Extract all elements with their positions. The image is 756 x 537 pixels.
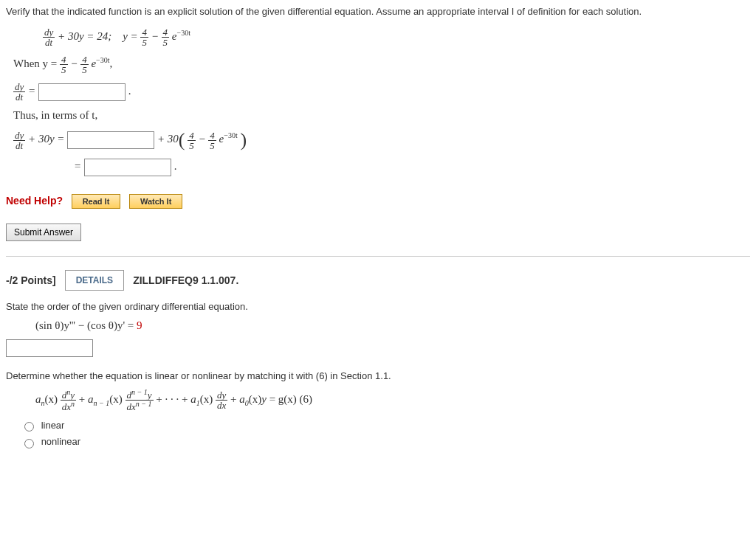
thus-line: Thus, in terms of t, [13, 109, 750, 122]
radio-linear-label: linear [41, 420, 65, 431]
result-line: = . [74, 159, 750, 176]
instruction-text: Verify that the indicated function is an… [6, 6, 750, 17]
result-input[interactable] [84, 159, 171, 176]
form-line: an(x) dnydxn + an − 1(x) dn − 1ydxn − 1 … [35, 389, 750, 412]
given-equation: dydt + 30y = 24; y = 45 − 45 e−30t [43, 27, 750, 47]
order-instruction: State the order of the given ordinary di… [6, 301, 750, 312]
radio-linear[interactable] [24, 422, 34, 432]
details-button[interactable]: DETAILS [65, 270, 124, 291]
read-it-button[interactable]: Read It [72, 194, 121, 209]
dydt-input[interactable] [38, 83, 126, 101]
divider [6, 256, 750, 257]
combined-line: dydt + 30y = + 30( 45 − 45 e−30t ) [13, 129, 750, 151]
question-order: -/2 Points] DETAILS ZILLDIFFEQ9 1.1.007.… [6, 270, 750, 448]
ode-line: (sin θ)y''' − (cos θ)y' = 9 [35, 319, 750, 332]
need-help-label: Need Help? [6, 195, 63, 207]
question-verify: Verify that the indicated function is an… [6, 6, 750, 241]
points-row: -/2 Points] DETAILS ZILLDIFFEQ9 1.1.007. [6, 270, 750, 291]
need-help-row: Need Help? Read It Watch It [6, 194, 750, 209]
radio-nonlinear-label: nonlinear [41, 436, 81, 447]
submit-answer-button[interactable]: Submit Answer [6, 224, 81, 241]
linear-instruction: Determine whether the equation is linear… [6, 370, 750, 381]
source-label: ZILLDIFFEQ9 1.1.007. [133, 274, 238, 286]
watch-it-button[interactable]: Watch It [129, 194, 182, 209]
dy-dt-equals-line: dydt = . [13, 82, 750, 102]
lhs-input[interactable] [67, 131, 154, 149]
order-input[interactable] [6, 339, 93, 357]
radio-nonlinear[interactable] [24, 439, 34, 448]
order-input-row [6, 339, 750, 357]
when-y-line: When y = 45 − 45 e−30t, [13, 55, 750, 75]
radio-linear-row: linear [21, 420, 750, 432]
points-label: -/2 Points] [6, 274, 56, 286]
radio-nonlinear-row: nonlinear [21, 436, 750, 448]
